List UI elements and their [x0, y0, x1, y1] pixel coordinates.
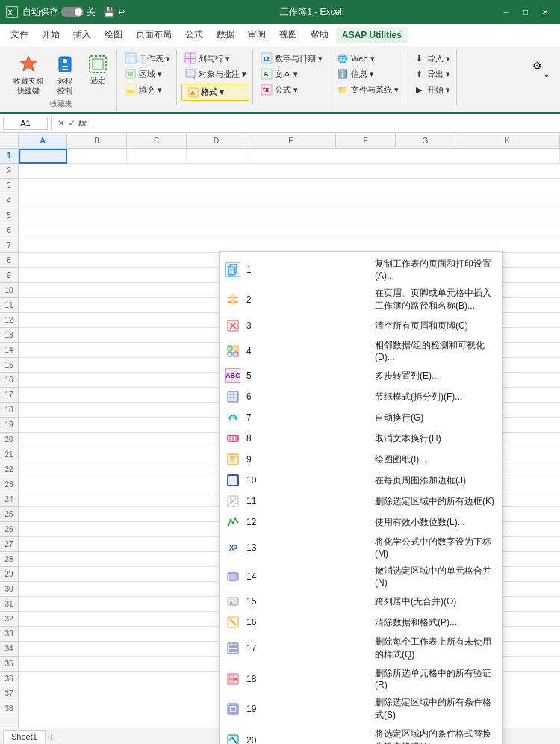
col-header-D[interactable]: D — [187, 133, 246, 148]
menu-insert[interactable]: 插入 — [67, 25, 97, 44]
row-11[interactable]: 11 — [0, 298, 18, 313]
menu-review[interactable]: 审阅 — [242, 25, 272, 44]
cancel-formula-icon[interactable]: ✕ — [57, 118, 65, 128]
row-10[interactable]: 10 — [0, 283, 18, 298]
cell-B1[interactable] — [67, 149, 127, 164]
row-15[interactable]: 15 — [0, 358, 18, 373]
menu-item-10[interactable]: 10 在每页周围添加边框(J) — [220, 470, 502, 491]
format-active-button[interactable]: A 格式 ▾ — [181, 84, 249, 101]
menu-home[interactable]: 开始 — [36, 25, 66, 44]
cell-C1[interactable] — [127, 149, 187, 164]
row-2[interactable]: 2 — [0, 164, 18, 179]
row-33[interactable]: 33 — [0, 627, 18, 642]
row-31[interactable]: 31 — [0, 597, 18, 612]
menu-item-3[interactable]: 3 清空所有页眉和页脚(C) — [220, 315, 502, 336]
col-header-K[interactable]: K — [455, 133, 560, 148]
row-29[interactable]: 29 — [0, 567, 18, 582]
menu-item-14[interactable]: 14 撤消选定区域中的单元格合并(N) — [220, 562, 502, 591]
row-27[interactable]: 27 — [0, 537, 18, 552]
number-date-button[interactable]: 12 数字与日期 ▾ — [258, 51, 326, 66]
menu-item-17[interactable]: 17 删除每个工作表上所有未使用的样式(Q) — [220, 633, 502, 664]
row-24[interactable]: 24 — [0, 492, 18, 507]
menu-item-8[interactable]: 8 取消文本换行(H) — [220, 428, 502, 449]
close-button[interactable]: ✕ — [536, 4, 554, 19]
col-header-G[interactable]: G — [396, 133, 455, 148]
menu-item-20[interactable]: 20 将选定区域内的条件格式替换为静态格式(T) — [220, 725, 502, 744]
insert-function-icon[interactable]: fx — [78, 118, 87, 128]
menu-item-1[interactable]: 1 复制工作表的页面和打印设置(A)... — [220, 255, 502, 284]
col-header-A[interactable]: A — [19, 133, 67, 148]
formula-input[interactable] — [96, 119, 557, 128]
row-6[interactable]: 6 — [0, 223, 18, 238]
row-38[interactable]: 38 — [0, 701, 18, 716]
cell-rest-1[interactable] — [246, 149, 560, 164]
menu-item-18[interactable]: 18 删除所选单元格中的所有验证(R) — [220, 664, 502, 693]
rows-cols-button[interactable]: 列与行 ▾ — [181, 51, 249, 66]
row-3[interactable]: 3 — [0, 179, 18, 193]
selection-button[interactable]: 选定 — [82, 51, 113, 88]
menu-help[interactable]: 帮助 — [305, 25, 335, 44]
row-1[interactable]: 1 — [0, 149, 18, 164]
row-32[interactable]: 32 — [0, 612, 18, 627]
region-button[interactable]: 区域 ▾ — [122, 66, 173, 81]
menu-item-4[interactable]: 4 相邻数据/组的检测和可视化(D)... — [220, 336, 502, 365]
menu-item-11[interactable]: 11 删除选定区域中的所有边框(K) — [220, 491, 502, 512]
workbook-button[interactable]: 工作表 ▾ — [122, 51, 173, 66]
row-18[interactable]: 18 — [0, 403, 18, 418]
menu-formulas[interactable]: 公式 — [179, 25, 209, 44]
import-button[interactable]: ⬇ 导入 ▾ — [410, 51, 453, 66]
export-button[interactable]: ⬆ 导出 ▾ — [410, 66, 453, 81]
cell-D1[interactable] — [187, 149, 246, 164]
col-header-C[interactable]: C — [127, 133, 187, 148]
ribbon-resize-icon[interactable]: ⌄ — [542, 67, 551, 79]
fill-button[interactable]: 填充 ▾ — [122, 82, 173, 97]
menu-item-15[interactable]: ≡ 15 跨列居中(无合并)(O) — [220, 591, 502, 612]
file-sys-button[interactable]: 📁 文件与系统 ▾ — [334, 82, 402, 97]
col-header-F[interactable]: F — [336, 133, 396, 148]
menu-item-9[interactable]: 9 绘图图纸(I)... — [220, 449, 502, 470]
row-37[interactable]: 37 — [0, 686, 18, 701]
menu-item-12[interactable]: 12 使用有效小数位数(L)... — [220, 512, 502, 533]
info-button[interactable]: ℹ️ 信息 ▾ — [334, 66, 402, 81]
minimize-button[interactable]: ─ — [497, 4, 515, 19]
row-19[interactable]: 19 — [0, 418, 18, 433]
row-23[interactable]: 23 — [0, 477, 18, 492]
menu-item-6[interactable]: 6 节纸模式(拆分列)(F)... — [220, 386, 502, 407]
menu-file[interactable]: 文件 — [4, 25, 34, 44]
row-8[interactable]: 8 — [0, 253, 18, 268]
menu-draw[interactable]: 绘图 — [99, 25, 128, 44]
row-14[interactable]: 14 — [0, 343, 18, 358]
menu-item-16[interactable]: 16 清除数据和格式(P)... — [220, 612, 502, 633]
row-5[interactable]: 5 — [0, 208, 18, 223]
menu-view[interactable]: 视图 — [273, 25, 303, 44]
sheet-tab-1[interactable]: Sheet1 — [3, 730, 46, 743]
row-4[interactable]: 4 — [0, 193, 18, 208]
row-7[interactable]: 7 — [0, 238, 18, 253]
start-button[interactable]: ▶ 开始 ▾ — [410, 82, 453, 97]
row-12[interactable]: 12 — [0, 313, 18, 328]
row-30[interactable]: 30 — [0, 582, 18, 597]
maximize-button[interactable]: □ — [517, 4, 535, 19]
menu-asap[interactable]: ASAP Utilities — [336, 27, 408, 43]
object-note-button[interactable]: 对象与批注 ▾ — [181, 66, 249, 81]
row-28[interactable]: 28 — [0, 552, 18, 567]
menu-item-13[interactable]: X2 13 将化学公式中的数字设为下标(M) — [220, 533, 502, 562]
menu-item-7[interactable]: 7 自动换行(G) — [220, 407, 502, 428]
row-21[interactable]: 21 — [0, 447, 18, 462]
col-header-E[interactable]: E — [246, 133, 336, 148]
row-26[interactable]: 26 — [0, 522, 18, 537]
cell-A1[interactable] — [19, 149, 67, 164]
menu-item-19[interactable]: 19 删除选定区域中的所有条件格式(S) — [220, 693, 502, 725]
formula-btn[interactable]: fx 公式 ▾ — [258, 82, 326, 97]
row-25[interactable]: 25 — [0, 507, 18, 522]
row-17[interactable]: 17 — [0, 388, 18, 403]
cell-reference[interactable] — [3, 117, 48, 130]
autosave-toggle[interactable] — [61, 7, 84, 17]
col-header-B[interactable]: B — [67, 133, 127, 148]
text-button[interactable]: A 文本 ▾ — [258, 66, 326, 81]
menu-data[interactable]: 数据 — [211, 25, 240, 44]
save-icon[interactable]: 💾 — [103, 7, 115, 18]
row-9[interactable]: 9 — [0, 268, 18, 283]
row-35[interactable]: 35 — [0, 657, 18, 672]
row-22[interactable]: 22 — [0, 462, 18, 477]
